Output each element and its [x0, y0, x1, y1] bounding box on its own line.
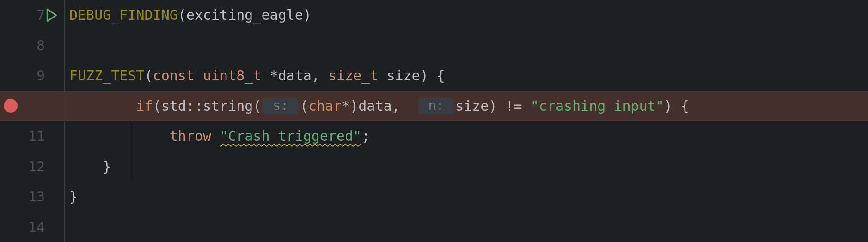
code-line[interactable]: 8 — [0, 30, 868, 61]
code-token: { — [681, 98, 689, 114]
code-line[interactable]: if(std::string( s: (char*)data, n: size)… — [0, 91, 868, 121]
code-content[interactable]: throw "Crash triggered"; — [65, 121, 868, 151]
code-token: if — [136, 98, 153, 114]
code-content[interactable]: } — [65, 182, 868, 212]
code-line[interactable]: 9FUZZ_TEST(const uint8_t *data, size_t s… — [0, 60, 868, 91]
code-token: { — [437, 67, 445, 84]
code-content[interactable]: if(std::string( s: (char*)data, n: size)… — [65, 91, 868, 121]
code-token: * — [270, 67, 278, 84]
code-token: data — [278, 67, 312, 84]
code-token: ; — [361, 128, 370, 144]
code-token — [672, 98, 681, 114]
code-token: std — [161, 98, 186, 114]
code-token: ( — [153, 98, 161, 114]
code-token: ( — [145, 67, 153, 84]
code-token — [195, 67, 203, 84]
code-token — [211, 128, 220, 144]
inlay-hint: s: — [262, 98, 299, 114]
code-token: char — [308, 98, 342, 114]
code-token: "crashing input" — [531, 98, 664, 114]
code-token — [497, 98, 506, 114]
line-number: 11 — [28, 128, 45, 144]
code-line[interactable]: 13} — [0, 182, 868, 212]
code-token — [428, 67, 437, 84]
gutter[interactable]: 14 — [0, 212, 65, 242]
line-number: 13 — [28, 188, 45, 205]
gutter[interactable] — [0, 91, 65, 121]
line-number: 9 — [28, 67, 45, 84]
code-token: const — [153, 67, 195, 84]
code-token: size — [455, 98, 489, 114]
code-token — [378, 67, 386, 84]
code-token: ) — [664, 98, 672, 114]
code-token: } — [103, 158, 111, 175]
code-token: throw — [170, 128, 211, 144]
indent-guide — [132, 121, 132, 151]
breakpoint-icon[interactable] — [4, 99, 18, 113]
code-token: FUZZ_TEST — [69, 67, 145, 84]
code-token: string — [203, 98, 253, 114]
gutter[interactable]: 8 — [0, 30, 65, 61]
code-content[interactable]: FUZZ_TEST(const uint8_t *data, size_t si… — [65, 60, 868, 91]
code-token: * — [342, 98, 350, 114]
code-token: size_t — [328, 67, 378, 84]
code-token: ( — [300, 98, 308, 114]
code-token — [522, 98, 531, 114]
code-token: uint8_t — [203, 67, 261, 84]
code-token — [400, 98, 417, 114]
code-token: ) — [420, 67, 428, 84]
code-line[interactable]: 11 throw "Crash triggered"; — [0, 121, 868, 151]
code-editor[interactable]: 7DEBUG_FINDING(exciting_eagle)89FUZZ_TES… — [0, 0, 868, 242]
code-token: exciting_eagle — [186, 7, 303, 23]
code-token: != — [506, 98, 522, 114]
code-token: ) — [489, 98, 497, 114]
inlay-hint: n: — [418, 98, 454, 114]
code-token: :: — [186, 98, 203, 114]
gutter[interactable]: 7 — [0, 0, 65, 30]
line-number: 8 — [28, 37, 45, 54]
code-token: ) — [303, 7, 312, 23]
gutter[interactable]: 13 — [0, 182, 65, 212]
code-token — [69, 128, 170, 144]
run-gutter-icon[interactable] — [46, 8, 58, 22]
code-content[interactable]: DEBUG_FINDING(exciting_eagle) — [65, 0, 868, 30]
line-number: 14 — [28, 219, 45, 235]
gutter[interactable]: 11 — [0, 121, 65, 151]
code-token: ( — [178, 7, 186, 23]
code-token — [261, 67, 269, 84]
indent-guide — [132, 151, 132, 182]
code-content[interactable] — [65, 30, 868, 61]
code-line[interactable]: 12 } — [0, 151, 868, 182]
code-token: , — [312, 67, 320, 84]
code-content[interactable]: } — [65, 151, 868, 182]
code-token: ) — [350, 98, 358, 114]
code-token: DEBUG_FINDING — [69, 7, 178, 23]
line-number: 12 — [28, 158, 45, 175]
code-token: size — [386, 67, 420, 84]
code-token — [69, 158, 103, 175]
code-token: } — [69, 188, 78, 205]
code-token — [320, 67, 328, 84]
code-line[interactable]: 14 — [0, 212, 868, 242]
code-content[interactable] — [65, 212, 868, 242]
code-token: data — [358, 98, 391, 114]
code-line[interactable]: 7DEBUG_FINDING(exciting_eagle) — [0, 0, 868, 30]
code-token: ( — [253, 98, 261, 114]
gutter[interactable]: 9 — [0, 60, 65, 91]
line-number: 7 — [28, 7, 45, 23]
code-token: "Crash triggered" — [220, 128, 361, 144]
code-token — [69, 98, 136, 114]
gutter[interactable]: 12 — [0, 151, 65, 182]
code-token: , — [392, 98, 400, 114]
